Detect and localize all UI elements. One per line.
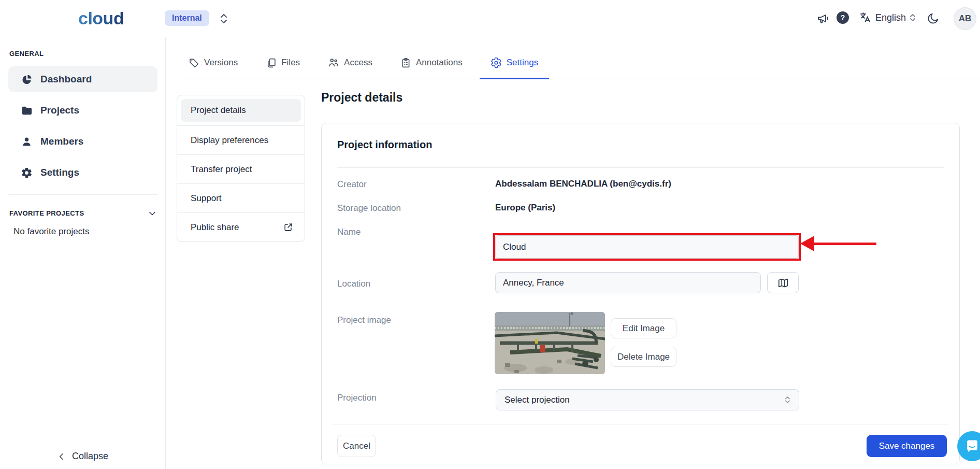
save-changes-button[interactable]: Save changes	[867, 435, 947, 457]
location-input[interactable]	[495, 272, 761, 293]
sidebar-item-label: Members	[40, 136, 83, 147]
help-glyph: ?	[841, 13, 845, 22]
language-sort-icon	[910, 13, 916, 22]
open-map-button[interactable]	[767, 272, 799, 293]
clipboard-icon	[400, 58, 411, 68]
tag-icon	[189, 58, 199, 68]
tab-label: Annotations	[416, 58, 463, 68]
name-label: Name	[337, 227, 361, 237]
storage-location-value: Europe (Paris)	[495, 203, 555, 213]
avatar-initials: AB	[959, 13, 972, 24]
storage-location-label: Storage location	[337, 203, 401, 214]
tab-access[interactable]: Access	[328, 47, 372, 79]
app-logo: cloud	[78, 8, 124, 29]
chevron-left-icon	[57, 452, 66, 461]
project-image-label: Project image	[337, 315, 391, 325]
projection-select[interactable]: Select projection	[496, 389, 799, 410]
subnav-label: Transfer project	[191, 164, 252, 175]
tab-label: Access	[344, 58, 372, 68]
folder-icon	[21, 105, 33, 117]
sidebar-item-members[interactable]: Members	[8, 129, 157, 154]
card-title-divider	[337, 167, 944, 168]
tab-label: Settings	[507, 58, 538, 68]
files-icon	[266, 58, 277, 68]
page-title: Project details	[321, 91, 402, 105]
tab-bar: Versions Files Access	[177, 47, 980, 79]
app-window: cloud Internal ? English	[0, 0, 980, 469]
name-input[interactable]	[495, 235, 799, 259]
sidebar-item-dashboard[interactable]: Dashboard	[8, 66, 157, 92]
red-highlight-annotation	[493, 233, 801, 261]
card-title: Project information	[337, 139, 432, 151]
map-icon	[777, 277, 789, 289]
collapse-sidebar-button[interactable]: Collapse	[0, 451, 166, 462]
sidebar: GENERAL Dashboard Projects	[0, 37, 166, 469]
cancel-button[interactable]: Cancel	[337, 435, 376, 457]
settings-subnav: Project details Display preferences Tran…	[177, 95, 305, 242]
avatar[interactable]: AB	[954, 7, 976, 30]
tab-annotations[interactable]: Annotations	[400, 47, 463, 79]
subnav-label: Display preferences	[191, 135, 268, 146]
tab-versions[interactable]: Versions	[189, 47, 238, 79]
megaphone-icon[interactable]	[816, 12, 830, 25]
subnav-item-transfer-project[interactable]: Transfer project	[177, 154, 305, 183]
sidebar-item-label: Dashboard	[40, 74, 92, 85]
subnav-label: Project details	[191, 105, 246, 116]
sidebar-section-favorites: FAVORITE PROJECTS	[9, 209, 84, 217]
project-image-thumbnail	[495, 312, 605, 374]
tab-label: Versions	[204, 58, 238, 68]
chat-bubble-icon	[964, 438, 980, 454]
projection-select-value: Select projection	[505, 395, 570, 405]
subnav-item-project-details[interactable]: Project details	[177, 95, 305, 125]
sidebar-item-settings[interactable]: Settings	[8, 160, 157, 186]
sidebar-item-label: Projects	[40, 105, 79, 116]
tab-files[interactable]: Files	[266, 47, 300, 79]
people-icon	[328, 57, 339, 68]
creator-label: Creator	[337, 179, 367, 190]
favorites-chevron-down-icon[interactable]	[147, 208, 157, 219]
chat-launcher-button[interactable]	[957, 431, 980, 461]
sidebar-divider	[8, 194, 157, 195]
annotation-arrow-line	[812, 243, 876, 245]
sidebar-item-projects[interactable]: Projects	[8, 97, 157, 123]
sidebar-section-general: GENERAL	[9, 50, 44, 58]
gear-icon	[491, 57, 502, 68]
dark-mode-moon-icon[interactable]	[927, 12, 940, 25]
pie-chart-icon	[21, 74, 33, 86]
person-icon	[21, 136, 33, 148]
subnav-item-display-preferences[interactable]: Display preferences	[177, 125, 305, 154]
language-label: English	[875, 12, 906, 23]
project-information-card: Project information Creator Abdessalam B…	[321, 123, 960, 464]
edit-image-button[interactable]: Edit Image	[611, 318, 676, 338]
creator-value: Abdessalam BENCHADLIA (ben@cydis.fr)	[495, 179, 671, 189]
projection-label: Projection	[337, 393, 377, 403]
location-label: Location	[337, 279, 370, 289]
workspace-badge[interactable]: Internal	[165, 10, 209, 26]
delete-image-button[interactable]: Delete Image	[611, 347, 676, 367]
top-bar: cloud Internal ? English	[0, 0, 980, 37]
tab-label: Files	[281, 58, 300, 68]
sidebar-item-label: Settings	[40, 167, 79, 178]
language-selector[interactable]: English	[859, 11, 916, 24]
subnav-item-support[interactable]: Support	[177, 183, 305, 212]
tab-settings[interactable]: Settings	[491, 47, 538, 79]
subnav-item-public-share[interactable]: Public share	[177, 212, 305, 241]
help-icon[interactable]: ?	[837, 11, 849, 24]
collapse-label: Collapse	[72, 451, 108, 462]
favorites-empty-text: No favorite projects	[13, 226, 89, 237]
select-sort-icon	[785, 395, 790, 404]
card-footer-divider	[332, 424, 949, 424]
workspace-switcher-icon[interactable]	[219, 13, 228, 24]
subnav-label: Public share	[191, 222, 239, 233]
subnav-label: Support	[191, 193, 222, 204]
external-link-icon	[283, 222, 293, 232]
translate-icon	[859, 11, 872, 24]
gear-icon	[21, 167, 33, 179]
